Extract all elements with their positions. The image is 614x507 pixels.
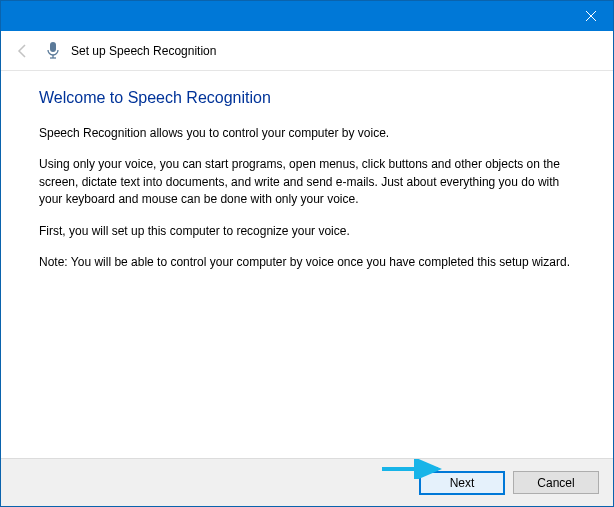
next-button[interactable]: Next bbox=[419, 471, 505, 495]
close-button[interactable] bbox=[568, 1, 613, 31]
microphone-icon bbox=[43, 41, 63, 61]
header-bar: Set up Speech Recognition bbox=[1, 31, 613, 71]
svg-rect-2 bbox=[50, 42, 56, 52]
back-arrow-icon bbox=[15, 43, 31, 59]
button-bar: Next Cancel bbox=[1, 458, 613, 506]
wizard-window: Set up Speech Recognition Welcome to Spe… bbox=[0, 0, 614, 507]
cancel-button[interactable]: Cancel bbox=[513, 471, 599, 494]
page-heading: Welcome to Speech Recognition bbox=[39, 89, 575, 107]
intro-paragraph-2: Using only your voice, you can start pro… bbox=[39, 156, 575, 208]
window-title: Set up Speech Recognition bbox=[71, 44, 216, 58]
back-button bbox=[11, 39, 35, 63]
intro-paragraph-1: Speech Recognition allows you to control… bbox=[39, 125, 575, 142]
intro-paragraph-3: First, you will set up this computer to … bbox=[39, 223, 575, 240]
content-area: Welcome to Speech Recognition Speech Rec… bbox=[1, 71, 613, 458]
intro-paragraph-note: Note: You will be able to control your c… bbox=[39, 254, 575, 271]
titlebar bbox=[1, 1, 613, 31]
close-icon bbox=[586, 11, 596, 21]
